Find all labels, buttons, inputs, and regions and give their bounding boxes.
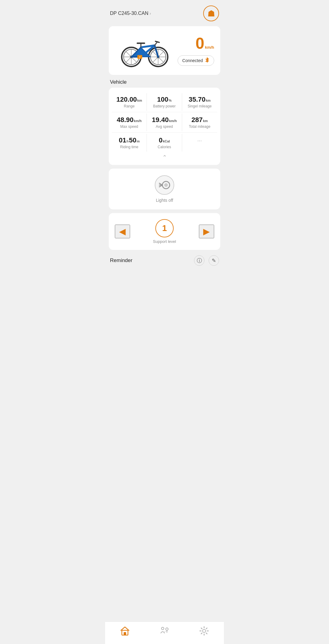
stats-row-3: 01 h 50 m Riding time 0 kCal Calories ..… <box>112 134 217 152</box>
bike-card: Y 0 km/h Connected <box>109 26 220 75</box>
bike-right-panel: 0 km/h Connected <box>178 35 214 66</box>
vehicle-section-label: Vehicle <box>105 75 224 88</box>
support-decrease-button[interactable]: ◀ <box>115 225 130 238</box>
bike-image: Y <box>115 32 170 69</box>
svg-rect-33 <box>124 632 126 635</box>
reminder-edit-button[interactable]: ✎ <box>209 255 219 266</box>
svg-point-38 <box>203 629 206 632</box>
stat-avg-speed: 19.40 km/h Avg speed <box>147 114 182 131</box>
info-circle-icon: ⓘ <box>197 257 202 264</box>
stat-total-mileage: 287 km Total mileage <box>182 114 217 131</box>
bluetooth-icon <box>205 57 210 64</box>
lights-off-label: Lights off <box>156 198 173 203</box>
support-level-value: 1 <box>162 223 167 233</box>
svg-line-37 <box>164 631 166 632</box>
support-level-label: Support level <box>153 239 176 244</box>
collapse-arrow[interactable]: ⌃ <box>112 152 217 162</box>
stats-row-1: 120.00 km Range 100 % Battery power 35.7… <box>112 93 217 111</box>
speed-unit: km/h <box>205 45 214 50</box>
stats-row-2: 48.90 km/h Max speed 19.40 km/h Avg spee… <box>112 114 217 131</box>
connected-badge[interactable]: Connected <box>178 55 214 66</box>
breadcrumb[interactable]: DP C245-30.CAN › <box>110 11 151 16</box>
nav-home[interactable] <box>120 626 130 638</box>
nav-settings[interactable] <box>199 626 209 638</box>
user-avatar[interactable]: ☗ <box>203 5 219 21</box>
reminder-icons: ⓘ ✎ <box>194 255 219 266</box>
home-icon <box>120 626 130 638</box>
map-icon <box>159 626 170 638</box>
svg-line-22 <box>155 41 159 43</box>
bottom-nav <box>105 621 224 644</box>
edit-icon: ✎ <box>212 257 216 264</box>
stat-singel-mileage: 35.70 km Singel mileage <box>182 93 217 111</box>
reminder-title: Reminder <box>110 257 133 264</box>
svg-point-31 <box>164 183 168 187</box>
device-name: DP C245-30.CAN <box>110 11 148 16</box>
settings-icon <box>199 626 209 638</box>
reminder-info-button[interactable]: ⓘ <box>194 255 204 266</box>
stats-card: 120.00 km Range 100 % Battery power 35.7… <box>109 88 220 165</box>
header: DP C245-30.CAN › ☗ <box>105 0 224 24</box>
bike-image-area: Y <box>115 32 178 69</box>
reminder-section: Reminder ⓘ ✎ <box>105 250 224 271</box>
breadcrumb-arrow-icon: › <box>150 11 151 16</box>
nav-map[interactable] <box>159 626 170 638</box>
connected-label: Connected <box>182 58 203 63</box>
person-icon: ☗ <box>207 9 215 19</box>
stat-calories: 0 kCal Calories <box>147 134 182 152</box>
support-level-circle: 1 <box>155 219 174 237</box>
svg-text:Y: Y <box>139 56 141 58</box>
stat-extra: ... <box>182 134 217 152</box>
svg-point-34 <box>161 627 164 630</box>
lights-card[interactable]: Lights off <box>109 169 220 209</box>
svg-line-21 <box>155 42 157 46</box>
svg-point-35 <box>166 628 168 630</box>
speed-display: 0 km/h <box>196 35 214 51</box>
chevron-up-icon: ⌃ <box>162 154 167 161</box>
support-level-card: ◀ 1 Support level ▶ <box>109 213 220 250</box>
stat-range: 120.00 km Range <box>112 93 147 111</box>
stat-max-speed: 48.90 km/h Max speed <box>112 114 147 131</box>
support-center: 1 Support level <box>153 219 176 244</box>
headlight-icon[interactable] <box>155 175 174 195</box>
stat-battery-power: 100 % Battery power <box>147 93 182 111</box>
support-increase-button[interactable]: ▶ <box>199 225 214 238</box>
stat-riding-time: 01 h 50 m Riding time <box>112 134 147 152</box>
speed-value: 0 <box>196 35 204 51</box>
